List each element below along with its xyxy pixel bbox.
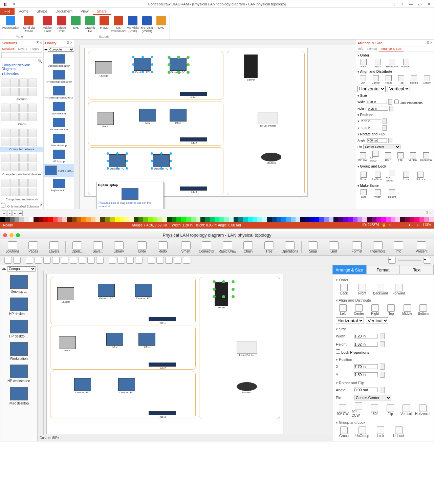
menu-view[interactable]: View [77,8,93,15]
library-category-alvarion[interactable]: Alvarion [0,97,43,102]
color-swatch[interactable] [414,217,419,222]
device-pc[interactable]: Desktop PC [109,154,126,170]
library-pin-icon[interactable]: ⊼ × [67,41,72,45]
titlebar-misc-icon[interactable]: ⬚ [390,1,397,7]
pos-y-input[interactable] [361,126,381,130]
mac-arrange-tab-text[interactable]: Text [400,265,434,275]
color-swatch[interactable] [419,217,424,222]
color-swatch[interactable] [329,217,333,222]
mac-arrange-tab-format[interactable]: Format [366,265,400,275]
color-swatch[interactable] [148,217,153,222]
library-thumb[interactable] [1,129,9,137]
menu-share[interactable]: Share [93,8,111,15]
btn-vertical[interactable]: Vertical [399,404,413,416]
library-thumb[interactable] [1,88,9,96]
solutions-tab-layers[interactable]: Layers [16,46,29,51]
arrange-tab-info[interactable]: Info [356,46,365,51]
section-group-and-lock[interactable]: Group and Lock [336,418,430,425]
height-input[interactable] [354,342,378,347]
pos-x-spinner[interactable] [383,118,387,124]
align-horizontal-select[interactable]: Horizontal [336,317,364,324]
device-server[interactable]: Server [215,282,228,309]
network-group[interactable]: LaptopDesktop PCDesktop PCHub 1 [50,277,196,324]
color-swatch[interactable] [58,217,62,222]
toolbar-save-[interactable]: Save... [88,240,108,255]
color-swatch[interactable] [367,217,372,222]
library-thumb[interactable] [10,113,19,121]
tool-rect-icon[interactable] [26,257,33,264]
color-swatch[interactable] [305,217,310,222]
toolbar-tree[interactable]: Tree [259,240,279,255]
library-thumb[interactable] [28,138,37,146]
device-pc[interactable]: iMac [139,109,156,125]
btn-ungroup[interactable]: UnGroup [372,172,384,181]
btn--cw[interactable]: 90° CW [357,152,368,161]
device-pc[interactable]: Desktop PC [153,154,170,170]
btn-backward[interactable]: Backward [372,284,389,295]
section-position[interactable]: Position [357,112,432,118]
color-swatch[interactable] [72,217,77,222]
toolbar-rapid-draw[interactable]: Rapid Draw [217,240,237,255]
btn-front[interactable]: Front [372,59,384,68]
solutions-refresh-icon[interactable]: ⟳ [40,203,43,206]
library-item[interactable]: Desktop computer [44,53,74,69]
library-category-computers-and-network-isometric[interactable]: Computers and network isometric [0,197,43,202]
device-hub[interactable]: Hub 3 [149,411,176,418]
btn-right[interactable]: Right [368,304,382,315]
align-horizontal-select[interactable]: Horizontal [357,86,386,92]
color-swatch[interactable] [343,217,348,222]
toolbar-smart[interactable]: Smart [176,240,196,255]
color-swatch[interactable] [77,217,81,222]
tool-arc-icon[interactable] [87,257,95,264]
btn-flip[interactable]: Flip [383,404,397,416]
device-laptop[interactable]: iBook [59,336,76,352]
section-order[interactable]: Order [336,276,430,283]
menu-shape[interactable]: Shape [32,8,51,15]
color-swatch[interactable] [324,217,329,222]
tool-edit4-icon[interactable] [135,257,143,264]
pos-y-input[interactable] [354,372,378,377]
tool-zoom-icon[interactable] [148,257,155,264]
library-thumb[interactable] [28,88,37,96]
mac-library-item[interactable]: Desktop ... [0,273,37,295]
color-swatch[interactable] [219,217,224,222]
doc-close-icon[interactable]: ⊼ × [424,211,434,215]
ribbon-graphic-file[interactable]: Graphic file [84,16,96,35]
angle-input[interactable] [367,138,387,143]
library-category-computer-peripheral-devices[interactable]: Computer peripheral devices [0,172,43,177]
color-swatch[interactable] [39,217,43,222]
mac-canvas[interactable]: LaptopDesktop PCDesktop PCHub 1iBookiMac… [38,265,332,441]
device-pc[interactable]: iMac [138,333,155,349]
library-thumb[interactable] [10,154,19,162]
color-swatch[interactable] [5,217,10,222]
arrange-tab-arrange-size[interactable]: Arrange & Size [379,46,404,51]
library-thumb[interactable] [19,79,28,87]
toolbar-layers[interactable]: Layers [44,240,64,255]
color-swatch[interactable] [196,217,200,222]
library-thumb[interactable] [10,138,19,146]
btn-center[interactable]: Center [370,75,381,84]
color-swatch[interactable] [86,217,91,222]
color-swatch[interactable] [29,217,34,222]
network-group[interactable]: iBookiMaciMacHub 2 [50,326,196,370]
btn-backward[interactable]: Backward [386,59,398,68]
color-swatch[interactable] [162,217,167,222]
tool-dropper-icon[interactable] [174,257,181,264]
color-swatch[interactable] [224,217,229,222]
color-swatch[interactable] [405,217,410,222]
toolbar-operations[interactable]: Operations [280,240,300,255]
ribbon-presentation[interactable]: Presentation [2,16,19,35]
section-size[interactable]: Size [357,93,432,98]
section-make-same[interactable]: Make Same [357,183,432,189]
btn-unlock[interactable]: UnLock [414,172,427,181]
arrange-tab-format[interactable]: Format [365,46,379,51]
width-input[interactable] [367,100,387,104]
color-swatch[interactable] [234,217,238,222]
ribbon-ms-powerpoint[interactable]: MS PowerPoint [112,16,125,35]
tool-textbox-icon[interactable] [52,257,60,264]
tool-ellipse-icon[interactable] [35,257,42,264]
color-swatch[interactable] [314,217,319,222]
color-swatch[interactable] [277,217,281,222]
color-swatch[interactable] [291,217,296,222]
color-swatch[interactable] [105,217,110,222]
